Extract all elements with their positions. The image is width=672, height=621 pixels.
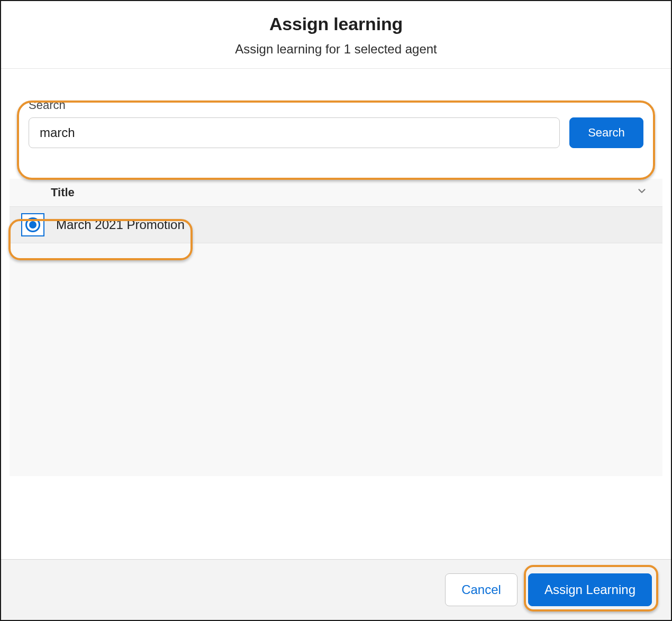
column-title: Title [51,186,75,199]
results-header[interactable]: Title [10,179,662,206]
search-area: Search Search [10,92,662,148]
dialog-body: Search Search Title March 2021 Promoti [1,69,671,559]
assign-learning-dialog: Assign learning Assign learning for 1 se… [0,0,672,621]
radio-select[interactable] [21,213,44,236]
chevron-down-icon [636,185,648,200]
search-row: Search [29,117,643,148]
radio-icon [25,217,40,232]
table-row[interactable]: March 2021 Promotion [10,206,662,243]
search-label: Search [29,98,643,112]
cancel-button[interactable]: Cancel [445,573,517,606]
results-table: Title March 2021 Promotion [10,179,662,476]
assign-learning-button[interactable]: Assign Learning [528,573,652,606]
dialog-footer: Cancel Assign Learning [1,559,671,620]
search-button[interactable]: Search [569,117,643,148]
dialog-title: Assign learning [1,14,671,34]
search-input[interactable] [29,117,560,148]
dialog-subtitle: Assign learning for 1 selected agent [1,42,671,57]
row-title: March 2021 Promotion [56,217,185,232]
dialog-header: Assign learning Assign learning for 1 se… [1,1,671,69]
